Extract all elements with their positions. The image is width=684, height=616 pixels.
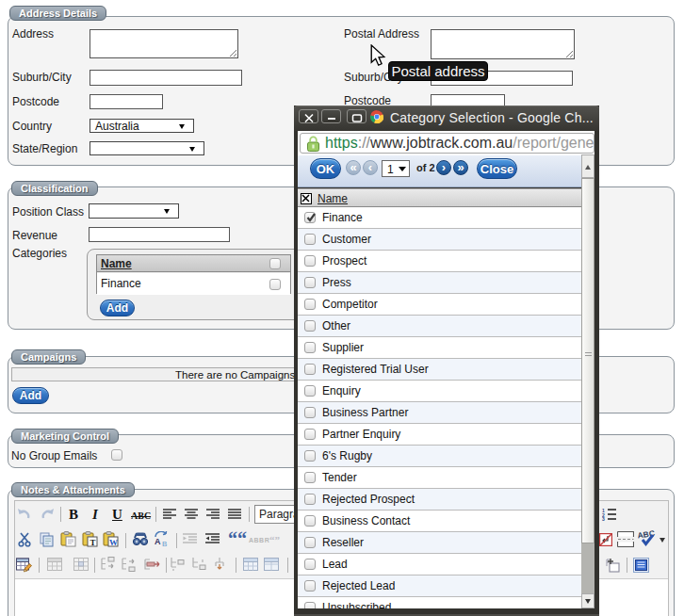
svg-text:B: B <box>162 540 167 547</box>
svg-text:3: 3 <box>602 516 605 521</box>
svg-text:W: W <box>109 538 118 547</box>
svg-text:T: T <box>90 538 96 547</box>
svg-text:A: A <box>155 537 161 546</box>
